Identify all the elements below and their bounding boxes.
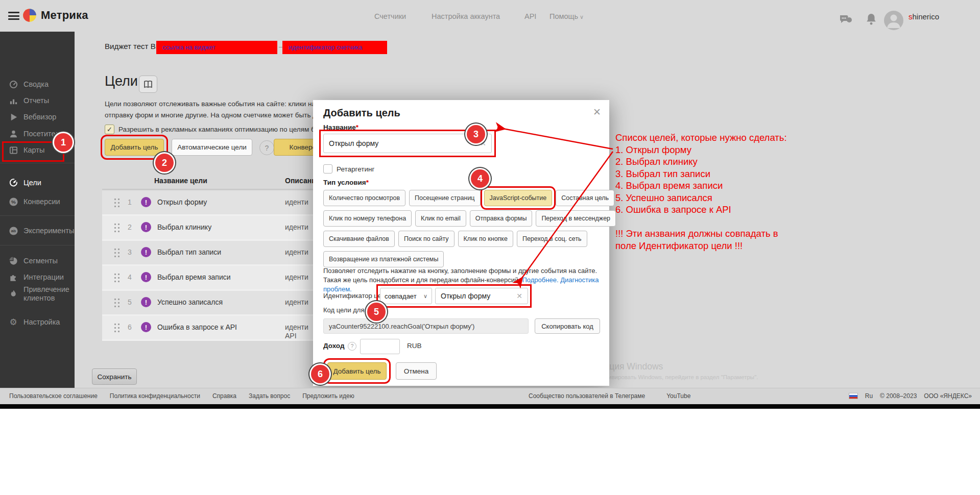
avatar[interactable] bbox=[884, 11, 903, 30]
top-nav-2[interactable]: Настройка аккаунта bbox=[432, 12, 500, 20]
modal-cancel-button[interactable]: Отмена bbox=[396, 362, 437, 380]
goal-description: иденти bbox=[285, 273, 308, 281]
revenue-input[interactable] bbox=[360, 339, 400, 354]
drag-handle-icon[interactable] bbox=[113, 323, 120, 333]
goal-code-field[interactable]: yaCounter95222100.reachGoal('Открыл форм… bbox=[323, 318, 529, 334]
annotation-badge-1: 1 bbox=[54, 133, 73, 152]
footer-link[interactable]: Справка bbox=[212, 392, 236, 400]
language-switch[interactable]: Ru bbox=[865, 392, 873, 400]
condition-type-button[interactable]: Составная цель bbox=[556, 190, 614, 206]
percent-icon: % bbox=[8, 196, 18, 207]
top-nav-4[interactable]: Помощь ∨ bbox=[549, 12, 584, 20]
gear-icon: ⚙ bbox=[8, 317, 18, 327]
annotation-badge-2: 2 bbox=[155, 154, 174, 172]
sidebar-item-2[interactable]: Отчеты bbox=[0, 94, 75, 107]
goal-warning-icon: ! bbox=[141, 197, 151, 207]
condition-type-button[interactable]: Переход в соц. сеть bbox=[517, 231, 587, 247]
goal-warning-icon: ! bbox=[141, 222, 151, 232]
condition-type-label: Тип условия* bbox=[323, 179, 369, 186]
condition-type-button[interactable]: Клик по номеру телефона bbox=[323, 210, 412, 227]
footer-link[interactable]: Сообщество пользователей в Телеграме bbox=[529, 392, 645, 400]
metrika-logo[interactable]: Метрика bbox=[22, 8, 88, 22]
chevron-down-icon: ∨ bbox=[423, 293, 427, 300]
sidebar-item-6[interactable]: Цели bbox=[0, 176, 75, 189]
footer: Пользовательское соглашениеПолитика конф… bbox=[0, 388, 980, 404]
bar-chart-icon bbox=[8, 95, 18, 106]
goal-description: иденти bbox=[285, 223, 308, 231]
retargeting-row: Ретаргетинг bbox=[323, 164, 374, 174]
footer-link[interactable]: Пользовательское соглашение bbox=[9, 392, 98, 400]
condition-type-button[interactable]: Клик по email bbox=[415, 210, 466, 227]
condition-type-button[interactable]: Количество просмотров bbox=[323, 190, 405, 206]
goal-name: Успешно записался bbox=[157, 298, 223, 306]
goal-description: иденти bbox=[285, 323, 308, 331]
add-goal-button[interactable]: Добавить цель bbox=[105, 139, 164, 156]
sidebar-item-1[interactable]: Сводка bbox=[0, 78, 75, 91]
drag-handle-icon[interactable] bbox=[113, 222, 120, 233]
condition-type-button[interactable]: Скачивание файлов bbox=[323, 231, 395, 247]
top-nav-3[interactable]: API bbox=[524, 12, 536, 20]
sidebar-item-9[interactable]: Сегменты bbox=[0, 254, 75, 267]
goal-description-line2: API bbox=[285, 332, 297, 340]
metrika-logo-icon bbox=[22, 8, 37, 22]
book-icon[interactable] bbox=[139, 76, 157, 93]
footer-link[interactable]: YouTube bbox=[666, 392, 690, 400]
drag-handle-icon[interactable] bbox=[113, 247, 120, 258]
condition-type-button[interactable]: JavaScript-событие bbox=[484, 190, 553, 206]
condition-type-button[interactable]: Клик по кнопке bbox=[458, 231, 513, 247]
copy-code-button[interactable]: Скопировать код bbox=[535, 318, 600, 334]
chat-bubbles-icon[interactable] bbox=[839, 13, 852, 26]
note-warning-line1: !!! Эти анзвания должны совпадать в bbox=[615, 228, 794, 240]
condition-type-button[interactable]: Отправка формы bbox=[470, 210, 533, 227]
drag-handle-icon[interactable] bbox=[113, 273, 120, 283]
condition-type-button[interactable]: Переход в мессенджер bbox=[536, 210, 616, 227]
close-icon[interactable]: ✕ bbox=[593, 106, 601, 118]
footer-link[interactable]: Задать вопрос bbox=[249, 392, 290, 400]
save-button[interactable]: Сохранить bbox=[92, 368, 137, 385]
sidebar-item-8[interactable]: abЭксперименты bbox=[0, 224, 75, 237]
condition-type-button[interactable]: Поиск по сайту bbox=[398, 231, 455, 247]
top-nav-1[interactable]: Счетчики bbox=[374, 12, 406, 20]
note-item: 5. Успешно записался bbox=[615, 192, 794, 204]
puzzle-icon bbox=[8, 272, 18, 282]
optimize-checkbox[interactable]: ✓ bbox=[105, 125, 114, 134]
goal-number: 5 bbox=[128, 298, 132, 306]
sidebar-item-10[interactable]: Интеграции bbox=[0, 270, 75, 284]
goal-description: иденти bbox=[285, 298, 308, 306]
annotation-highlight-counter-id: идентификатор счетчика bbox=[282, 41, 387, 54]
sidebar-item-11[interactable]: Привлечение клиентов bbox=[0, 285, 75, 303]
goal-name-input[interactable]: Открыл форму ✕ bbox=[323, 134, 492, 153]
ab-icon: ab bbox=[8, 226, 18, 236]
sidebar-item-3[interactable]: Вебвизор bbox=[0, 110, 75, 123]
condition-type-button[interactable]: Возвращение из платежной системы bbox=[323, 251, 444, 267]
more-link[interactable]: Подробнее. bbox=[522, 276, 558, 284]
sidebar-item-label: Сводка bbox=[23, 80, 49, 88]
sidebar: СводкаОтчетыВебвизорПосетителиКартыЦели%… bbox=[0, 32, 75, 388]
condition-type-buttons: Количество просмотровПосещение страницJa… bbox=[323, 190, 616, 267]
name-label: Название* bbox=[323, 123, 358, 131]
footer-link[interactable]: Предложить идею bbox=[302, 392, 354, 400]
user-name[interactable]: shinerico bbox=[909, 12, 939, 21]
annotation-badge-3: 3 bbox=[467, 125, 485, 143]
retargeting-checkbox[interactable] bbox=[323, 164, 332, 174]
sidebar-item-7[interactable]: %Конверсии bbox=[0, 195, 75, 208]
condition-type-button[interactable]: Посещение страниц bbox=[409, 190, 480, 206]
drag-handle-icon[interactable] bbox=[113, 298, 120, 308]
bell-icon[interactable] bbox=[866, 13, 879, 26]
goal-id-input[interactable]: Открыл форму ✕ bbox=[435, 288, 528, 304]
svg-text:ab: ab bbox=[11, 229, 15, 233]
annotation-badge-4: 4 bbox=[471, 169, 489, 188]
note-title: Список целей, которые нужно сделать: bbox=[615, 132, 794, 144]
footer-link[interactable]: Политика конфиденциальности bbox=[110, 392, 200, 400]
drag-handle-icon[interactable] bbox=[113, 197, 120, 208]
page-description-line2: отправку форм и многие другие. На одном … bbox=[105, 111, 326, 119]
goal-name: Открыл форму bbox=[157, 198, 207, 206]
sidebar-item-12[interactable]: ⚙Настройка bbox=[0, 315, 75, 329]
help-icon[interactable]: ? bbox=[259, 140, 274, 155]
match-select[interactable]: совпадает∨ bbox=[380, 288, 432, 304]
auto-goals-button[interactable]: Автоматические цели bbox=[172, 139, 252, 156]
hamburger-icon[interactable] bbox=[8, 12, 19, 20]
clear-icon[interactable]: ✕ bbox=[516, 292, 522, 300]
modal-add-goal-button[interactable]: Добавить цель bbox=[327, 362, 387, 380]
target-icon bbox=[8, 178, 18, 188]
